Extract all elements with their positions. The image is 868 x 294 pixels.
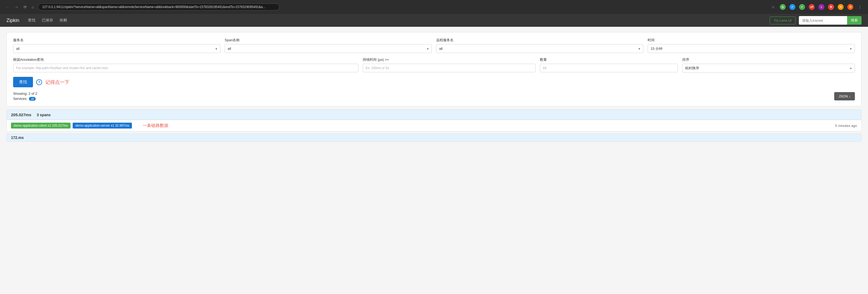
services-row: Services: all — [13, 97, 37, 101]
count-label: 数量 — [540, 57, 678, 62]
search-action-row: 查找 ? 记得点一下 — [13, 77, 855, 87]
traceid-search-group: 搜索 — [799, 16, 862, 25]
extension-icon[interactable]: ✔ — [789, 3, 796, 11]
time-select[interactable]: 15 分钟 — [648, 44, 855, 53]
ext-off-icon[interactable]: off — [808, 3, 815, 11]
remote-select-wrapper: all — [436, 44, 643, 53]
ext3-icon[interactable]: ♦ — [817, 3, 825, 11]
nav-link-deps[interactable]: 依赖 — [60, 17, 67, 24]
ext-off-wrapper: off — [808, 3, 815, 11]
trace-header: 205.027ms 3 spans — [7, 110, 861, 120]
extension2-icon[interactable]: ✔ — [798, 3, 806, 11]
remember-text: 记得点一下 — [45, 79, 69, 85]
browser-controls: ← → ⟳ ⌂ — [4, 3, 35, 10]
span-select[interactable]: all — [225, 44, 432, 53]
ext5-icon[interactable]: ✉ — [837, 3, 844, 11]
annotation-input[interactable] — [13, 64, 359, 72]
duration-label: 持续时间 (μs) >= — [363, 57, 535, 62]
ext4-icon[interactable]: ✖ — [827, 3, 835, 11]
traceid-search-button[interactable]: 搜索 — [847, 16, 862, 25]
annotation-label: 根据Annotation查询 — [13, 57, 359, 62]
trace-item[interactable]: 205.027ms 3 spans demo-application-clien… — [6, 110, 862, 132]
time-label: 时间 — [648, 38, 855, 43]
nav-link-saved[interactable]: 已保存 — [42, 17, 53, 24]
sort-select[interactable]: 耗时降序 — [682, 64, 855, 73]
time-group: 时间 15 分钟 — [648, 38, 855, 53]
span-label: Span名称 — [225, 38, 432, 43]
forward-button[interactable]: → — [13, 3, 20, 10]
refresh-button[interactable]: ⟳ — [23, 4, 28, 10]
nav-link-find[interactable]: 查找 — [28, 17, 35, 24]
service-select-wrapper: all — [13, 44, 220, 53]
app-nav-right: Try Lens UI 搜索 — [770, 16, 862, 25]
sort-group: 排序 耗时降序 — [682, 57, 855, 73]
annotation-group: 根据Annotation查询 — [13, 57, 359, 73]
service-group: 服务名 all — [13, 38, 220, 53]
trace-duration: 205.027ms — [11, 112, 31, 117]
trace-item-partial[interactable]: 172.ms — [6, 134, 862, 142]
duration-input[interactable] — [363, 64, 535, 72]
trace-tags: demo-application-client x2 205.027ms dem… — [11, 123, 132, 128]
search-button[interactable]: 查找 — [13, 77, 33, 87]
search-form: 服务名 all Span名称 all 远程服务名 — [6, 32, 862, 106]
trace-tag-server: demo-application-server x1 32.997ms — [73, 123, 132, 128]
showing-text: Showing: 2 of 2 — [13, 91, 37, 96]
remote-label: 远程服务名 — [436, 38, 643, 43]
remote-select[interactable]: all — [436, 44, 643, 53]
time-select-wrapper: 15 分钟 — [648, 44, 855, 53]
trace-body-left: demo-application-client x2 205.027ms dem… — [11, 123, 168, 128]
menu-icon[interactable]: ⋮ — [856, 3, 864, 11]
count-input[interactable]: 10 — [540, 64, 678, 72]
trace-annotation: 一条链路数据 — [143, 123, 168, 128]
services-label: Services: — [13, 97, 27, 101]
ext6-icon[interactable]: 😊 — [846, 3, 854, 11]
try-lens-button[interactable]: Try Lens UI — [770, 16, 796, 24]
form-row-1: 服务名 all Span名称 all 远程服务名 — [13, 38, 855, 53]
trace-partial-header: 172.ms — [7, 134, 861, 141]
form-row-2: 根据Annotation查询 持续时间 (μs) >= 数量 10 排序 耗时降… — [13, 57, 855, 73]
span-group: Span名称 all — [225, 38, 432, 53]
services-badge: all — [29, 97, 36, 101]
profile-icon[interactable]: G — [779, 3, 786, 11]
sort-select-wrapper: 耗时降序 — [682, 64, 855, 73]
app-brand: Zipkin — [6, 18, 19, 23]
address-bar[interactable]: 127.0.0.1:9411/zipkin/?serviceName=all&s… — [38, 3, 279, 10]
main-content: 服务名 all Span名称 all 远程服务名 — [0, 27, 868, 147]
count-group: 数量 10 — [540, 57, 678, 73]
help-icon[interactable]: ? — [36, 79, 42, 85]
trace-body: demo-application-client x2 205.027ms dem… — [7, 120, 861, 131]
home-button[interactable]: ⌂ — [31, 4, 35, 10]
results-meta: Showing: 2 of 2 Services: all JSON ↓ — [13, 91, 855, 101]
service-label: 服务名 — [13, 38, 220, 43]
back-button[interactable]: ← — [4, 3, 11, 10]
browser-toolbar-right: ☆ G ✔ ✔ off ♦ ✖ ✉ 😊 ⋮ — [769, 3, 864, 11]
results-left: Showing: 2 of 2 Services: all — [13, 91, 37, 101]
bookmark-icon[interactable]: ☆ — [769, 3, 777, 11]
trace-spans: 3 spans — [37, 113, 51, 117]
span-select-wrapper: all — [225, 44, 432, 53]
trace-time: 5 minutes ago — [835, 124, 857, 128]
json-download-button[interactable]: JSON ↓ — [834, 92, 855, 100]
duration-group: 持续时间 (μs) >= — [363, 57, 535, 73]
sort-label: 排序 — [682, 57, 855, 62]
trace-tag-client: demo-application-client x2 205.027ms — [11, 123, 70, 128]
remote-group: 远程服务名 all — [436, 38, 643, 53]
service-select[interactable]: all — [13, 44, 220, 53]
browser-chrome: ← → ⟳ ⌂ 127.0.0.1:9411/zipkin/?serviceNa… — [0, 0, 868, 14]
traceid-input[interactable] — [799, 16, 847, 25]
app-navbar: Zipkin 查找 已保存 依赖 Try Lens UI 搜索 — [0, 14, 868, 27]
partial-duration: 172.ms — [11, 136, 24, 140]
